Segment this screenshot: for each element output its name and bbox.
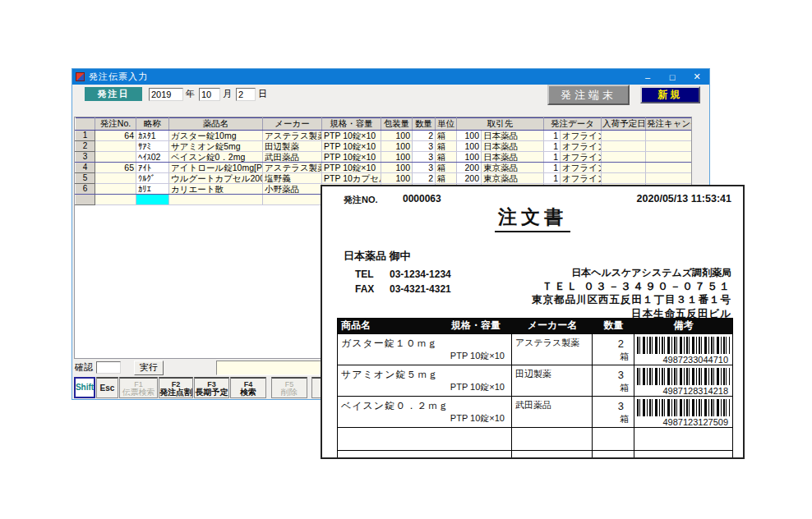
spec-cell[interactable]: PTP 10錠×10 bbox=[322, 152, 381, 163]
fkey-shift[interactable]: Shift bbox=[74, 377, 95, 398]
order-data-code-cell[interactable]: 1 bbox=[544, 141, 561, 152]
pack-cell[interactable]: 100 bbox=[381, 163, 413, 173]
maker-cell[interactable]: アステラス製薬 bbox=[263, 163, 322, 173]
drug-name-cell[interactable]: サアミオン錠5mg bbox=[169, 141, 263, 152]
order-no-cell[interactable] bbox=[95, 141, 136, 152]
spec-cell[interactable]: PTP 10カプセル×10 bbox=[322, 173, 381, 184]
unit-cell[interactable]: 箱 bbox=[436, 163, 457, 173]
row-number-cell[interactable]: 6 bbox=[76, 184, 95, 195]
order-data-code-cell[interactable]: 1 bbox=[544, 163, 561, 173]
pack-cell[interactable]: 100 bbox=[381, 141, 413, 152]
qty-cell[interactable]: 2 bbox=[413, 173, 436, 184]
order-data-cell[interactable]: オフライン bbox=[561, 163, 602, 173]
order-data-cell[interactable]: オフライン bbox=[561, 152, 602, 163]
order-data-cell[interactable]: オフライン bbox=[561, 131, 602, 141]
unit-cell[interactable]: 箱 bbox=[436, 141, 457, 152]
order-data-code-cell[interactable]: 1 bbox=[544, 173, 561, 184]
order-data-code-cell[interactable]: 1 bbox=[544, 152, 561, 163]
arrival-date-cell[interactable] bbox=[602, 163, 646, 173]
vendor-name-cell[interactable]: 日本薬品 bbox=[482, 131, 544, 141]
arrival-date-cell[interactable] bbox=[602, 152, 646, 163]
row-number-cell[interactable] bbox=[76, 195, 95, 205]
pack-cell[interactable]: 100 bbox=[381, 131, 413, 141]
pack-cell[interactable]: 100 bbox=[381, 152, 413, 163]
abbr-cell[interactable]: ｱｲﾄ bbox=[136, 163, 169, 173]
maker-cell[interactable]: 田辺製薬 bbox=[263, 141, 322, 152]
abbr-cell[interactable]: ｻｱﾐ bbox=[136, 141, 169, 152]
vendor-name-cell[interactable]: 日本薬品 bbox=[482, 141, 544, 152]
order-data-code-cell[interactable]: 1 bbox=[544, 131, 561, 141]
order-year-input[interactable] bbox=[149, 88, 183, 101]
order-no-cell[interactable] bbox=[95, 184, 136, 195]
drug-name-cell[interactable]: カリエート散 bbox=[169, 184, 263, 195]
row-number-cell[interactable]: 3 bbox=[76, 152, 95, 163]
order-no-cell[interactable]: 65 bbox=[95, 163, 136, 173]
drug-name-cell[interactable]: ベイスン錠0．2mg bbox=[169, 152, 263, 163]
vendor-code-cell[interactable]: 200 bbox=[457, 173, 482, 184]
window-titlebar[interactable]: 発注伝票入力 – □ ✕ bbox=[72, 69, 709, 85]
cancel-cell[interactable] bbox=[646, 152, 692, 163]
abbr-cell[interactable]: ﾍｲｽ02 bbox=[136, 152, 169, 163]
spec-cell[interactable]: PTP 10錠×10 bbox=[322, 131, 381, 141]
new-button[interactable]: 新規 bbox=[640, 86, 700, 103]
vendor-name-cell[interactable]: 東京薬品 bbox=[482, 173, 544, 184]
abbr-cell[interactable] bbox=[136, 195, 169, 205]
execute-button[interactable]: 実行 bbox=[134, 361, 164, 375]
vendor-code-cell[interactable]: 100 bbox=[457, 141, 482, 152]
maker-cell[interactable]: 小野薬品 bbox=[263, 184, 322, 195]
vendor-code-cell[interactable]: 100 bbox=[457, 131, 482, 141]
row-number-cell[interactable]: 1 bbox=[76, 131, 95, 141]
vendor-name-cell[interactable]: 東京薬品 bbox=[482, 163, 544, 173]
cancel-cell[interactable] bbox=[646, 131, 692, 141]
fkey-esc[interactable]: Esc bbox=[96, 377, 118, 398]
vendor-code-cell[interactable]: 200 bbox=[457, 163, 482, 173]
row-number-cell[interactable]: 5 bbox=[76, 173, 95, 184]
cancel-cell[interactable] bbox=[646, 141, 692, 152]
order-month-input[interactable] bbox=[199, 88, 220, 101]
fkey-f2[interactable]: F2 発注点割 bbox=[159, 377, 193, 398]
qty-cell[interactable]: 3 bbox=[413, 141, 436, 152]
row-number-cell[interactable]: 2 bbox=[76, 141, 95, 152]
qty-cell[interactable]: 3 bbox=[413, 152, 436, 163]
close-button[interactable]: ✕ bbox=[685, 69, 709, 85]
abbr-cell[interactable]: ｳﾙｸﾞ bbox=[136, 173, 169, 184]
drug-name-cell[interactable]: ウルグートカプセル200mg bbox=[169, 173, 263, 184]
confirm-input[interactable] bbox=[96, 361, 121, 374]
maker-cell[interactable]: 塩野義 bbox=[263, 173, 322, 184]
order-no-cell[interactable]: 64 bbox=[95, 131, 136, 141]
drug-name-cell[interactable]: アイトロール錠10mg[PTP] bbox=[169, 163, 263, 173]
fkey-f4[interactable]: F4 検索 bbox=[230, 377, 266, 398]
abbr-cell[interactable]: ｶﾘｴ bbox=[136, 184, 169, 195]
cancel-cell[interactable] bbox=[646, 173, 692, 184]
maker-cell[interactable]: アステラス製薬 bbox=[263, 131, 322, 141]
order-day-input[interactable] bbox=[236, 88, 256, 101]
pack-cell[interactable]: 100 bbox=[381, 173, 413, 184]
arrival-date-cell[interactable] bbox=[602, 141, 646, 152]
drug-name-cell[interactable]: ガスター錠10mg bbox=[169, 131, 263, 141]
order-no-cell[interactable] bbox=[95, 152, 136, 163]
arrival-date-cell[interactable] bbox=[602, 173, 646, 184]
order-no-cell[interactable] bbox=[95, 195, 136, 205]
fkey-f1[interactable]: F1 伝票検索 bbox=[119, 377, 158, 398]
vendor-code-cell[interactable]: 100 bbox=[457, 152, 482, 163]
fkey-f5[interactable]: F5 削除 bbox=[271, 377, 307, 398]
maker-cell[interactable] bbox=[263, 195, 322, 205]
unit-cell[interactable]: 箱 bbox=[436, 152, 457, 163]
order-terminal-button[interactable]: 発注端末 bbox=[547, 85, 630, 105]
unit-cell[interactable]: 箱 bbox=[436, 173, 457, 184]
maker-cell[interactable]: 武田薬品 bbox=[263, 152, 322, 163]
fkey-f3[interactable]: F3 長期予定 bbox=[194, 377, 229, 398]
vendor-name-cell[interactable]: 日本薬品 bbox=[482, 152, 544, 163]
cancel-cell[interactable] bbox=[646, 163, 692, 173]
order-data-cell[interactable]: オフライン bbox=[561, 173, 602, 184]
row-number-cell[interactable]: 4 bbox=[76, 163, 95, 173]
abbr-cell[interactable]: ｶｽﾀ1 bbox=[136, 131, 169, 141]
qty-cell[interactable]: 2 bbox=[413, 131, 436, 141]
minimize-button[interactable]: – bbox=[635, 69, 660, 85]
arrival-date-cell[interactable] bbox=[602, 131, 646, 141]
spec-cell[interactable]: PTP 10錠×10 bbox=[322, 163, 381, 173]
unit-cell[interactable]: 箱 bbox=[436, 131, 457, 141]
maximize-button[interactable]: □ bbox=[660, 69, 685, 85]
order-data-cell[interactable]: オフライン bbox=[561, 141, 602, 152]
order-no-cell[interactable] bbox=[95, 173, 136, 184]
